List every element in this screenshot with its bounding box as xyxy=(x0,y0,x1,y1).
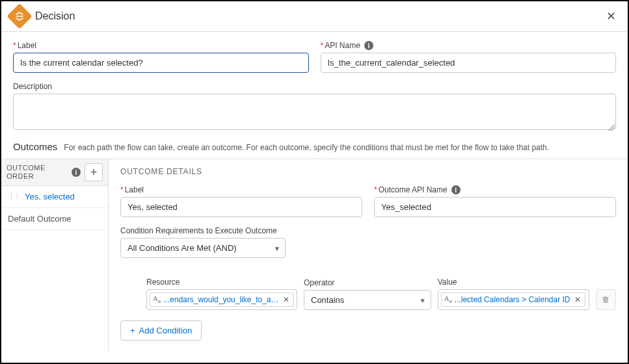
outcome-label-label: *Label xyxy=(120,185,362,194)
value-pill-text: ...lected Calendars > Calendar ID xyxy=(455,295,570,304)
plus-icon: + xyxy=(130,326,135,335)
text-type-icon: Aa xyxy=(444,294,452,304)
outcomes-heading: Outcomes xyxy=(13,141,57,152)
sidebar-item-label: Default Outcome xyxy=(8,214,72,224)
add-condition-label: Add Condition xyxy=(139,326,193,335)
resource-label: Resource xyxy=(146,278,297,287)
outcomes-description: For each path the flow can take, create … xyxy=(64,143,549,152)
operator-select[interactable] xyxy=(304,290,431,310)
outcome-api-input[interactable] xyxy=(374,197,616,217)
description-textarea[interactable] xyxy=(13,94,616,130)
close-icon[interactable]: ✕ xyxy=(604,6,619,26)
modal-title: Decision xyxy=(35,10,75,22)
sidebar-item-default-outcome[interactable]: Default Outcome xyxy=(1,208,108,230)
operator-label: Operator xyxy=(304,278,431,287)
outcome-api-label: *Outcome API Namei xyxy=(374,185,616,194)
modal-header: Decision ✕ xyxy=(1,1,628,32)
label-input[interactable] xyxy=(13,53,309,73)
resource-pill-text: ...endars_would_you_like_to_add xyxy=(163,295,279,304)
info-icon[interactable]: i xyxy=(72,168,81,177)
delete-condition-button[interactable] xyxy=(596,289,616,310)
drag-handle-icon[interactable]: ⋮⋮ xyxy=(8,192,20,201)
outcome-details-heading: OUTCOME DETAILS xyxy=(120,167,616,176)
clear-value-icon[interactable]: ✕ xyxy=(573,295,582,304)
value-input[interactable]: Aa ...lected Calendars > Calendar ID ✕ xyxy=(438,289,589,310)
text-type-icon: Aa xyxy=(153,294,161,304)
api-name-input[interactable] xyxy=(321,53,617,73)
condition-requirements-label: Condition Requirements to Execute Outcom… xyxy=(120,226,616,235)
sidebar-title: OUTCOME ORDER xyxy=(7,164,68,181)
description-label: Description xyxy=(13,82,616,91)
decision-icon xyxy=(7,3,33,29)
resource-input[interactable]: Aa ...endars_would_you_like_to_add ✕ xyxy=(146,289,297,310)
label-field-label: *Label xyxy=(13,41,309,50)
resize-handle-icon[interactable] xyxy=(608,124,615,131)
outcome-label-input[interactable] xyxy=(120,197,362,217)
value-label: Value xyxy=(438,278,589,287)
outcome-order-sidebar: OUTCOME ORDER i + ⋮⋮ Yes, selected Defau… xyxy=(1,159,109,351)
info-icon[interactable]: i xyxy=(364,41,373,50)
sidebar-item-label: Yes, selected xyxy=(25,192,75,202)
api-name-label: *API Namei xyxy=(321,41,617,50)
condition-requirements-select[interactable] xyxy=(120,238,286,258)
sidebar-item-yes-selected[interactable]: ⋮⋮ Yes, selected xyxy=(1,186,108,208)
add-condition-button[interactable]: + Add Condition xyxy=(120,320,202,341)
add-outcome-button[interactable]: + xyxy=(85,163,103,181)
clear-resource-icon[interactable]: ✕ xyxy=(282,295,291,304)
info-icon[interactable]: i xyxy=(451,185,461,194)
trash-icon xyxy=(601,295,610,304)
